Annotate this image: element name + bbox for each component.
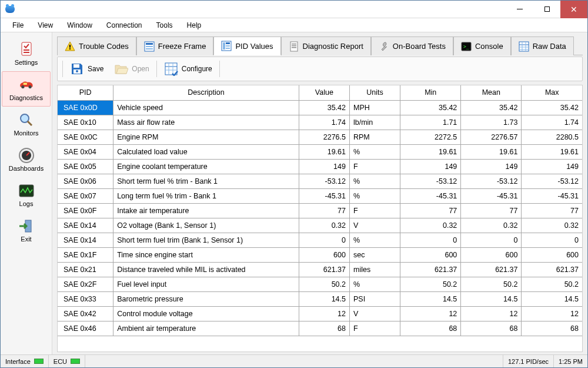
cell-units: miles bbox=[349, 262, 400, 277]
cell-value: 1.74 bbox=[299, 115, 349, 130]
table-row[interactable]: SAE 0x0DVehicle speed35.42MPH35.4235.423… bbox=[58, 100, 582, 115]
table-row[interactable]: SAE 0x1FTime since engine start600sec600… bbox=[58, 247, 582, 262]
cell-units: lb/min bbox=[349, 115, 400, 130]
col-mean[interactable]: Mean bbox=[461, 85, 522, 100]
cell-min: -45.31 bbox=[400, 188, 461, 203]
cell-max: -53.12 bbox=[522, 174, 582, 188]
table-row[interactable]: SAE 0x14O2 voltage (Bank 1, Sensor 1)0.3… bbox=[58, 218, 582, 233]
col-description[interactable]: Description bbox=[113, 85, 299, 100]
cell-pid: SAE 0x10 bbox=[58, 115, 113, 130]
menu-help[interactable]: Help bbox=[180, 19, 209, 32]
pid-table: PID Description Value Units Min Mean Max… bbox=[58, 85, 582, 336]
tab-trouble-codes[interactable]: Trouble Codes bbox=[57, 37, 136, 55]
menu-file[interactable]: File bbox=[5, 19, 31, 32]
open-icon bbox=[114, 62, 128, 76]
col-pid[interactable]: PID bbox=[58, 85, 113, 100]
cell-units: % bbox=[349, 174, 400, 188]
minimize-button[interactable] bbox=[506, 1, 533, 18]
cell-value: 68 bbox=[299, 321, 349, 336]
sidebar-label: Diagnostics bbox=[9, 94, 43, 101]
close-button[interactable]: ✕ bbox=[560, 1, 587, 18]
svg-rect-27 bbox=[292, 47, 296, 48]
cell-max: 77 bbox=[522, 203, 582, 218]
maximize-icon bbox=[544, 6, 550, 12]
cell-min: 2272.5 bbox=[400, 130, 461, 144]
statusbar: Interface ECU 127.1 PID/sec 1:25 PM bbox=[1, 354, 587, 367]
cell-pid: SAE 0x42 bbox=[58, 306, 113, 321]
table-header-row: PID Description Value Units Min Mean Max bbox=[58, 85, 582, 100]
tab-diagnostic-report[interactable]: Diagnostic Report bbox=[281, 37, 371, 55]
table-row[interactable]: SAE 0x05Engine coolant temperature149F14… bbox=[58, 159, 582, 174]
cell-description: Ambient air temperature bbox=[113, 321, 299, 336]
status-pid-rate: 127.1 PID/sec bbox=[503, 355, 554, 367]
sidebar-item-logs[interactable]: Logs bbox=[1, 177, 52, 213]
table-row[interactable]: SAE 0x42Control module voltage12V121212 bbox=[58, 306, 582, 321]
cell-mean: 149 bbox=[461, 159, 522, 174]
tab-label: Raw Data bbox=[533, 42, 566, 51]
warning-icon bbox=[65, 41, 75, 52]
sidebar-item-dashboards[interactable]: Dashboards bbox=[1, 142, 52, 177]
sidebar-item-exit[interactable]: Exit bbox=[1, 213, 52, 248]
table-row[interactable]: SAE 0x33Barometric pressure14.5PSI14.514… bbox=[58, 291, 582, 306]
cell-pid: SAE 0x2F bbox=[58, 277, 113, 291]
status-label: Interface bbox=[5, 358, 31, 365]
svg-rect-20 bbox=[223, 42, 225, 49]
table-row[interactable]: SAE 0x10Mass air flow rate1.74lb/min1.71… bbox=[58, 115, 582, 130]
table-row[interactable]: SAE 0x46Ambient air temperature68F686868 bbox=[58, 321, 582, 336]
cell-pid: SAE 0x46 bbox=[58, 321, 113, 336]
report-icon bbox=[289, 41, 299, 52]
cell-min: 621.37 bbox=[400, 262, 461, 277]
sidebar-item-diagnostics[interactable]: Diagnostics bbox=[2, 71, 51, 107]
cell-mean: 0.32 bbox=[461, 218, 522, 233]
table-row[interactable]: SAE 0x21Distance traveled while MIL is a… bbox=[58, 262, 582, 277]
toolbar: Save Open Configure bbox=[57, 57, 583, 81]
button-label: Configure bbox=[182, 65, 212, 73]
table-row[interactable]: SAE 0x06Short term fuel % trim - Bank 1-… bbox=[58, 174, 582, 188]
configure-button[interactable]: Configure bbox=[159, 59, 217, 78]
diagnostics-icon bbox=[18, 77, 35, 93]
cell-max: 1.74 bbox=[522, 115, 582, 130]
table-row[interactable]: SAE 0x04Calculated load value19.61%19.61… bbox=[58, 144, 582, 159]
cell-max: 0 bbox=[522, 233, 582, 247]
tabbar: Trouble Codes Freeze Frame PID Values Di… bbox=[57, 36, 583, 55]
table-row[interactable]: SAE 0x2FFuel level input50.2%50.250.250.… bbox=[58, 277, 582, 291]
menu-tools[interactable]: Tools bbox=[149, 19, 180, 32]
table-row[interactable]: SAE 0x14Short term fuel trim (Bank 1, Se… bbox=[58, 233, 582, 247]
menu-view[interactable]: View bbox=[31, 19, 60, 32]
button-label: Open bbox=[132, 65, 149, 73]
tab-console[interactable]: >_ Console bbox=[453, 37, 511, 55]
table-row[interactable]: SAE 0x0FIntake air temperature77F777777 bbox=[58, 203, 582, 218]
pid-table-container[interactable]: PID Description Value Units Min Mean Max… bbox=[57, 85, 583, 352]
cell-max: 2280.5 bbox=[522, 130, 582, 144]
sidebar-item-settings[interactable]: Settings bbox=[1, 36, 52, 71]
col-units[interactable]: Units bbox=[349, 85, 400, 100]
cell-description: Engine RPM bbox=[113, 130, 299, 144]
maximize-button[interactable] bbox=[533, 1, 560, 18]
svg-rect-21 bbox=[226, 42, 230, 44]
cell-value: 0 bbox=[299, 233, 349, 247]
cell-value: 50.2 bbox=[299, 277, 349, 291]
cell-units: F bbox=[349, 321, 400, 336]
menu-connection[interactable]: Connection bbox=[99, 19, 149, 32]
open-button[interactable]: Open bbox=[109, 59, 153, 78]
tab-raw-data[interactable]: Raw Data bbox=[511, 37, 574, 55]
table-row[interactable]: SAE 0x0CEngine RPM2276.5RPM2272.52276.57… bbox=[58, 130, 582, 144]
sidebar-item-monitors[interactable]: Monitors bbox=[1, 107, 52, 142]
cell-description: Mass air flow rate bbox=[113, 115, 299, 130]
save-icon bbox=[70, 62, 84, 76]
tab-pid-values[interactable]: PID Values bbox=[213, 37, 280, 55]
tab-freeze-frame[interactable]: Freeze Frame bbox=[136, 37, 214, 55]
tab-label: Trouble Codes bbox=[79, 42, 129, 51]
cell-pid: SAE 0x06 bbox=[58, 174, 113, 188]
menu-window[interactable]: Window bbox=[60, 19, 99, 32]
col-min[interactable]: Min bbox=[400, 85, 461, 100]
save-button[interactable]: Save bbox=[65, 59, 108, 78]
table-row[interactable]: SAE 0x07Long term fuel % trim - Bank 1-4… bbox=[58, 188, 582, 203]
svg-rect-24 bbox=[290, 42, 298, 51]
cell-description: Barometric pressure bbox=[113, 291, 299, 306]
col-value[interactable]: Value bbox=[299, 85, 349, 100]
col-max[interactable]: Max bbox=[522, 85, 582, 100]
tab-onboard-tests[interactable]: On-Board Tests bbox=[371, 37, 453, 55]
svg-point-3 bbox=[21, 85, 24, 88]
cell-pid: SAE 0x0F bbox=[58, 203, 113, 218]
